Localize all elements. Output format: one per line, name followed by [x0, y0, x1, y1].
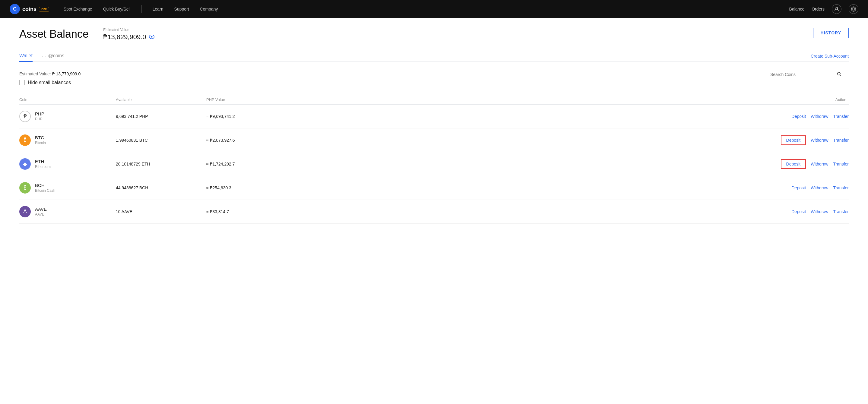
transfer-button[interactable]: Transfer [833, 138, 849, 143]
nav-learn[interactable]: Learn [153, 7, 163, 11]
asset-balance-title: Asset Balance [19, 28, 89, 40]
coin-php-value: ≈ ₱1,724,292.7 [206, 162, 297, 166]
eye-icon[interactable] [149, 34, 155, 40]
transfer-button[interactable]: Transfer [833, 209, 849, 214]
hide-balance-row: Hide small balances [19, 80, 766, 85]
col-available: Available [116, 97, 206, 102]
logo-text: coins [22, 6, 36, 12]
create-sub-account-link[interactable]: Create Sub-Account [811, 54, 849, 59]
nav-company[interactable]: Company [200, 7, 218, 11]
coin-actions: Deposit Withdraw Transfer [297, 185, 849, 190]
main-content: Asset Balance Estimated Value ₱13,829,90… [0, 18, 868, 404]
coin-symbol: BTC [35, 135, 46, 140]
logo-circle: C [10, 4, 20, 14]
coin-php-value: ≈ ₱9,693,741.2 [206, 114, 297, 119]
coin-icon-btc: ₿ [19, 134, 31, 146]
coin-available: 44.9438627 BCH [116, 185, 206, 190]
coin-available: 20.10148729 ETH [116, 162, 206, 166]
hide-balances-label: Hide small balances [28, 80, 71, 85]
withdraw-button[interactable]: Withdraw [811, 185, 828, 190]
filter-left: Estimated Value: ₱ 13,779,909.0 Hide sma… [19, 71, 766, 85]
coin-php-value: ≈ ₱33,314.7 [206, 209, 297, 214]
coin-actions: Deposit Withdraw Transfer [297, 209, 849, 214]
table-header: Coin Available PHP Value Action [19, 95, 849, 104]
withdraw-button[interactable]: Withdraw [811, 209, 828, 214]
coin-symbol: AAVE [35, 207, 47, 212]
search-input[interactable] [770, 72, 837, 77]
deposit-button[interactable]: Deposit [781, 159, 806, 169]
nav-links: Spot Exchange Quick Buy/Sell Learn Suppo… [64, 5, 789, 13]
hide-balances-checkbox[interactable] [19, 80, 25, 85]
coin-php-value: ≈ ₱2,073,927.6 [206, 138, 297, 143]
withdraw-button[interactable]: Withdraw [811, 114, 828, 119]
estimated-value-amount: ₱13,829,909.0 [103, 33, 146, 41]
history-button[interactable]: HISTORY [813, 28, 849, 38]
coin-name: Bitcoin Cash [35, 188, 55, 193]
coin-info: BTC Bitcoin [35, 135, 46, 145]
nav-divider [142, 5, 142, 13]
svg-point-4 [838, 72, 840, 75]
coin-info: ETH Ethereum [35, 159, 51, 169]
coin-available: 1.99460831 BTC [116, 138, 206, 143]
deposit-button[interactable]: Deposit [792, 209, 806, 214]
tabs-row: Wallet · · @coins ... Create Sub-Account [19, 51, 849, 62]
deposit-button[interactable]: Deposit [792, 185, 806, 190]
coin-icon-php: Ᵽ [19, 111, 31, 122]
tab-dots: · · [42, 54, 46, 59]
asset-header: Asset Balance Estimated Value ₱13,829,90… [19, 28, 849, 41]
coin-icon-eth: ◆ [19, 158, 31, 170]
nav-right: Balance Orders [789, 4, 858, 14]
logo[interactable]: C coins PRO [10, 4, 49, 14]
table-row: ₿ BTC Bitcoin 1.99460831 BTC ≈ ₱2,073,92… [19, 128, 849, 152]
coin-available: 10 AAVE [116, 209, 206, 214]
deposit-button[interactable]: Deposit [792, 114, 806, 119]
coin-symbol: PHP [35, 111, 44, 116]
coin-name: AAVE [35, 212, 47, 216]
deposit-button[interactable]: Deposit [781, 135, 806, 145]
estimated-label: Estimated Value [103, 28, 154, 32]
coin-name: Bitcoin [35, 141, 46, 145]
filter-est-label: Estimated Value: [19, 71, 51, 76]
nav-spot-exchange[interactable]: Spot Exchange [64, 7, 92, 11]
withdraw-button[interactable]: Withdraw [811, 162, 828, 166]
svg-line-5 [840, 75, 841, 76]
col-action: Action [297, 97, 849, 102]
coin-php-value: ≈ ₱254,630.3 [206, 185, 297, 190]
coin-cell: A AAVE AAVE [19, 206, 116, 217]
coin-table: Ᵽ PHP PHP 9,693,741.2 PHP ≈ ₱9,693,741.2… [19, 104, 849, 224]
filter-estimated-row: Estimated Value: ₱ 13,779,909.0 [19, 71, 766, 76]
coin-symbol: BCH [35, 183, 55, 188]
logo-badge: PRO [39, 7, 49, 11]
nav-support[interactable]: Support [174, 7, 189, 11]
table-row: Ᵽ PHP PHP 9,693,741.2 PHP ≈ ₱9,693,741.2… [19, 104, 849, 128]
search-button[interactable] [837, 71, 841, 77]
table-row: A AAVE AAVE 10 AAVE ≈ ₱33,314.7 Deposit … [19, 200, 849, 224]
coin-icon-aave: A [19, 206, 31, 217]
nav-balance[interactable]: Balance [789, 7, 805, 11]
coin-cell: ₿ BTC Bitcoin [19, 134, 116, 146]
estimated-value-row: ₱13,829,909.0 [103, 33, 154, 41]
coin-info: PHP PHP [35, 111, 44, 121]
navbar: C coins PRO Spot Exchange Quick Buy/Sell… [0, 0, 868, 18]
filter-row: Estimated Value: ₱ 13,779,909.0 Hide sma… [19, 71, 849, 85]
coin-actions: Deposit Withdraw Transfer [297, 135, 849, 145]
svg-point-0 [836, 7, 838, 9]
tab-coins-sub[interactable]: @coins ... [48, 51, 70, 62]
tab-wallet[interactable]: Wallet [19, 51, 33, 62]
transfer-button[interactable]: Transfer [833, 114, 849, 119]
withdraw-button[interactable]: Withdraw [811, 138, 828, 143]
table-row: ₿ BCH Bitcoin Cash 44.9438627 BCH ≈ ₱254… [19, 176, 849, 200]
coin-cell: ◆ ETH Ethereum [19, 158, 116, 170]
user-avatar-icon[interactable] [832, 4, 841, 14]
transfer-button[interactable]: Transfer [833, 185, 849, 190]
transfer-button[interactable]: Transfer [833, 162, 849, 166]
coin-name: PHP [35, 117, 44, 121]
nav-orders[interactable]: Orders [812, 7, 825, 11]
coin-available: 9,693,741.2 PHP [116, 114, 206, 119]
estimated-value-block: Estimated Value ₱13,829,909.0 [103, 28, 154, 41]
col-php-value: PHP Value [206, 97, 297, 102]
nav-quick-buy-sell[interactable]: Quick Buy/Sell [103, 7, 131, 11]
col-coin: Coin [19, 97, 116, 102]
coin-symbol: ETH [35, 159, 51, 164]
globe-icon[interactable] [849, 4, 858, 14]
